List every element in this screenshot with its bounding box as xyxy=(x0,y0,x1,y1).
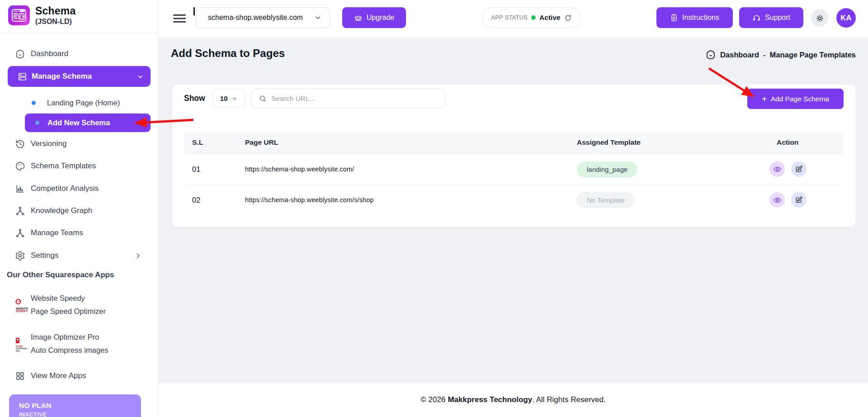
sidebar-item-manage-teams[interactable]: Manage Teams xyxy=(0,226,158,240)
row-template-cell: landing_page xyxy=(577,154,637,185)
row-template-cell: No Template xyxy=(577,185,635,215)
sidebar-item-settings[interactable]: Settings xyxy=(0,249,158,262)
breadcrumb: Dashboard - Manage Page Templates xyxy=(705,49,856,60)
brand-text: Schema (JSON-LD) xyxy=(35,5,75,26)
table-row: 01 https://schema-shop.weeblysite.com/ l… xyxy=(184,153,843,184)
row-sl: 01 xyxy=(192,154,200,185)
bar-chart-icon xyxy=(15,184,25,194)
sidebar-item-label: Dashboard xyxy=(31,49,68,58)
clipboard-icon xyxy=(670,14,678,22)
hamburger-menu-icon[interactable] xyxy=(173,14,186,24)
home-icon xyxy=(705,49,716,60)
sidebar-item-knowledge-graph[interactable]: Knowledge Graph xyxy=(0,204,158,218)
chevron-down-icon xyxy=(231,95,238,102)
upgrade-label: Upgrade xyxy=(367,14,394,22)
add-page-schema-label: Add Page Schema xyxy=(771,95,829,103)
edit-button[interactable] xyxy=(791,192,807,208)
col-header-page-url: Page URL xyxy=(245,131,278,153)
sidebar-item-label: Add New Schema xyxy=(47,118,110,127)
app-status-label: APP STATUS xyxy=(491,14,528,21)
view-button[interactable] xyxy=(769,192,785,208)
gear-icon xyxy=(15,251,25,261)
network-graph-icon xyxy=(15,228,25,238)
site-domain-select[interactable]: schema-shop.weeblysite.com xyxy=(196,7,330,28)
upgrade-button[interactable]: Upgrade xyxy=(342,7,406,28)
plus-icon: + xyxy=(762,95,767,104)
chevron-down-icon xyxy=(137,73,144,81)
footer-copyright: © 2026 xyxy=(420,395,445,404)
website-speedy-logo: WEBSITE SPEEDY xyxy=(15,297,29,313)
footer-rights: . All Rights Reserved. xyxy=(532,395,606,404)
text-cursor-mark xyxy=(193,7,195,15)
row-actions xyxy=(769,185,807,215)
bullet-dot-icon xyxy=(35,121,39,125)
brand-subtitle: (JSON-LD) xyxy=(35,18,75,26)
sidebar: Schema (JSON-LD) Dashboard Manage Schema xyxy=(0,0,158,417)
support-label: Support xyxy=(765,14,790,22)
refresh-icon[interactable] xyxy=(564,14,572,22)
main-content: Add Schema to Pages Dashboard - Manage P… xyxy=(158,38,868,384)
user-avatar[interactable]: KA xyxy=(836,8,856,28)
sidebar-item-label: View More Apps xyxy=(31,371,86,380)
footer: © 2026 Makkpress Technology . All Rights… xyxy=(158,384,868,417)
sidebar-item-view-more-apps[interactable]: View More Apps xyxy=(0,369,158,383)
page-size-value: 10 xyxy=(220,95,227,103)
search-icon xyxy=(259,95,267,103)
app-subtitle: Page Speed Optimizer xyxy=(31,305,106,318)
table-row: 02 https://schema-shop.weeblysite.com/s/… xyxy=(184,184,843,215)
image-optimizer-logo: Image Optimizer Pro xyxy=(15,336,29,352)
table-header-row: S.L Page URL Assigned Template Action xyxy=(184,131,843,153)
sidebar-item-competitor-analysis[interactable]: Competitor Analysis xyxy=(0,182,158,195)
breadcrumb-separator: - xyxy=(763,51,766,59)
col-header-sl: S.L xyxy=(192,131,203,153)
row-actions xyxy=(769,154,807,185)
theme-toggle-button[interactable] xyxy=(811,9,828,27)
row-page-url: https://schema-shop.weeblysite.com/ xyxy=(245,154,354,185)
breadcrumb-root[interactable]: Dashboard xyxy=(720,51,759,59)
apps-grid-icon xyxy=(15,371,25,381)
support-button[interactable]: Support xyxy=(739,7,803,28)
status-green-dot-icon xyxy=(531,15,536,20)
instructions-button[interactable]: Instructions xyxy=(656,7,733,28)
sidebar-item-label: Landing Page (Home) xyxy=(47,99,120,107)
sidebar-item-label: Competitor Analysis xyxy=(31,184,99,193)
add-page-schema-button[interactable]: + Add Page Schema xyxy=(747,89,844,109)
promo-image-optimizer[interactable]: Image Optimizer Pro Image Optimizer Pro … xyxy=(0,331,158,358)
chevron-right-icon xyxy=(134,252,142,260)
app-title: Image Optimizer Pro xyxy=(31,331,108,344)
sidebar-item-manage-schema[interactable]: Manage Schema xyxy=(8,66,151,87)
sidebar-item-add-new-schema[interactable]: Add New Schema xyxy=(25,114,151,132)
plan-status-banner: NO PLAN INACTIVE xyxy=(9,394,141,417)
chevron-down-icon xyxy=(314,14,321,21)
template-badge: landing_page xyxy=(577,161,637,177)
page-size-select[interactable]: 10 xyxy=(212,89,245,108)
sidebar-item-schema-templates[interactable]: Schema Templates xyxy=(0,159,158,173)
avatar-initials: KA xyxy=(840,14,851,22)
search-box xyxy=(251,89,445,109)
brand-name: Schema xyxy=(35,5,75,17)
sidebar-item-versioning[interactable]: Versioning xyxy=(0,137,158,151)
sidebar-item-label: Settings xyxy=(31,251,58,260)
sidebar-item-dashboard[interactable]: Dashboard xyxy=(0,47,158,61)
other-apps-heading: Our Other Squarespace Apps xyxy=(7,270,114,280)
top-header: schema-shop.weeblysite.com Upgrade APP S… xyxy=(158,0,868,38)
app-logo-icon xyxy=(8,5,30,25)
app-logo[interactable]: Schema (JSON-LD) xyxy=(8,5,75,26)
sidebar-item-label: Manage Teams xyxy=(31,228,83,237)
crown-icon xyxy=(354,14,363,22)
col-header-action: Action xyxy=(777,131,798,153)
sidebar-item-landing-page[interactable]: Landing Page (Home) xyxy=(0,96,158,109)
search-url-input[interactable] xyxy=(271,89,445,108)
view-button[interactable] xyxy=(769,161,785,177)
show-label: Show xyxy=(184,94,205,103)
page-title: Add Schema to Pages xyxy=(171,47,285,60)
promo-website-speedy[interactable]: WEBSITE SPEEDY Website Speedy Page Speed… xyxy=(0,292,158,319)
sun-icon xyxy=(816,14,824,23)
instructions-label: Instructions xyxy=(682,14,719,22)
app-status-value: Active xyxy=(539,14,561,22)
app-title: Website Speedy xyxy=(31,292,106,305)
sidebar-item-label: Versioning xyxy=(31,139,66,148)
schema-pages-card: Show 10 + Add Page Schema S.L Page URL A… xyxy=(172,85,856,227)
col-header-assigned-template: Assigned Template xyxy=(577,131,641,153)
edit-button[interactable] xyxy=(791,161,807,177)
